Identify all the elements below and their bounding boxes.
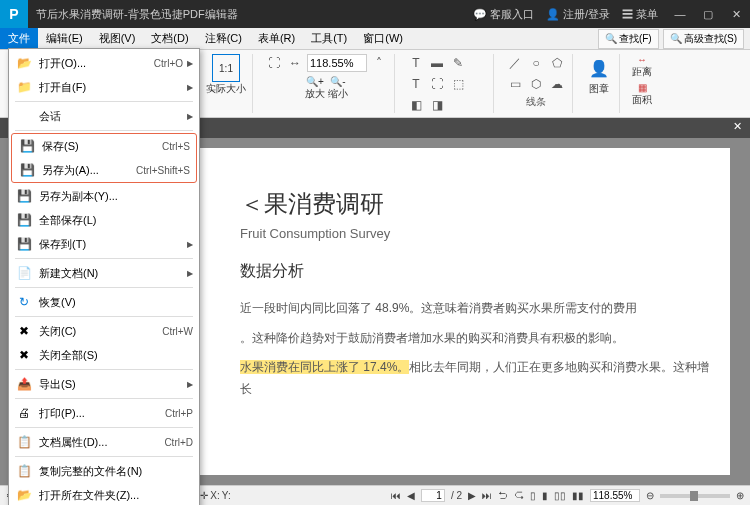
- menu-tools[interactable]: 工具(T): [303, 28, 355, 49]
- copy-name-icon: 📋: [15, 462, 33, 480]
- text-box-icon[interactable]: T: [407, 75, 425, 93]
- highlight-icon[interactable]: ▬: [428, 54, 446, 72]
- poly-icon[interactable]: ⬡: [527, 75, 545, 93]
- advanced-find-button[interactable]: 🔍高级查找(S): [663, 29, 744, 49]
- zoom-slider[interactable]: [660, 494, 730, 498]
- fit-page-icon[interactable]: ⛶: [265, 54, 283, 72]
- menu-session[interactable]: 会话▶: [9, 104, 199, 128]
- menu-close-all[interactable]: ✖关闭全部(S): [9, 343, 199, 367]
- restore-icon: ↻: [15, 293, 33, 311]
- find-button[interactable]: 🔍查找(F): [598, 29, 659, 49]
- layout-cont-icon[interactable]: ▮: [542, 490, 548, 501]
- menu-save-as[interactable]: 💾另存为(A)...Ctrl+Shift+S: [12, 158, 196, 182]
- actual-size-button[interactable]: 1:1 实际大小: [206, 54, 246, 96]
- menu-restore[interactable]: ↻恢复(V): [9, 290, 199, 314]
- menu-open[interactable]: 📂打开(O)...Ctrl+O▶: [9, 51, 199, 75]
- maximize-button[interactable]: ▢: [694, 0, 722, 28]
- select-icon[interactable]: ⬚: [449, 75, 467, 93]
- new-doc-icon: 📄: [15, 264, 33, 282]
- print-icon: 🖨: [15, 404, 33, 422]
- text-edit-icon[interactable]: T: [407, 54, 425, 72]
- export-icon: 📤: [15, 375, 33, 393]
- layout-single-icon[interactable]: ▯: [530, 490, 536, 501]
- doc-paragraph: 近一段时间内同比回落了 48.9%。这意味着消费者购买水果所需支付的费用: [240, 298, 710, 320]
- save-to-icon: 💾: [15, 235, 33, 253]
- tool-a-icon[interactable]: ◧: [407, 96, 425, 114]
- menu-export[interactable]: 📤导出(S)▶: [9, 372, 199, 396]
- menu-save-all[interactable]: 💾全部保存(L): [9, 208, 199, 232]
- menu-form[interactable]: 表单(R): [250, 28, 303, 49]
- menu-doc[interactable]: 文档(D): [143, 28, 196, 49]
- menu-open-folder[interactable]: 📂打开所在文件夹(Z)...: [9, 483, 199, 505]
- menu-new-doc[interactable]: 📄新建文档(N)▶: [9, 261, 199, 285]
- zoom-in-icon[interactable]: ⊕: [736, 490, 744, 501]
- zoom-out-button[interactable]: 🔍-缩小: [328, 76, 348, 101]
- pencil-icon[interactable]: ✎: [449, 54, 467, 72]
- tab-close-icon[interactable]: ✕: [725, 118, 750, 138]
- rect-icon[interactable]: ▭: [506, 75, 524, 93]
- menu-close[interactable]: ✖关闭(C)Ctrl+W: [9, 319, 199, 343]
- login-link[interactable]: 👤 注册/登录: [546, 7, 610, 22]
- pentagon-icon[interactable]: ⬠: [548, 54, 566, 72]
- menubar: 文件 编辑(E) 视图(V) 文档(D) 注释(C) 表单(R) 工具(T) 窗…: [0, 28, 750, 50]
- menu-annotate[interactable]: 注释(C): [197, 28, 250, 49]
- zoom-in-button[interactable]: 🔍+放大: [305, 76, 325, 101]
- nav-last-icon[interactable]: ⏭: [482, 490, 492, 501]
- status-zoom-input[interactable]: [590, 489, 640, 502]
- crop-icon[interactable]: ⛶: [428, 75, 446, 93]
- area-button[interactable]: ▦面积: [632, 82, 652, 107]
- menu-view[interactable]: 视图(V): [91, 28, 144, 49]
- menu-file[interactable]: 文件: [0, 28, 38, 49]
- doc-paragraph: 水果消费在同比上涨了 17.4%。相比去年同期，人们正在更多地购买和消费水果。这…: [240, 357, 710, 400]
- menu-save-copy[interactable]: 💾另存为副本(Y)...: [9, 184, 199, 208]
- service-entry[interactable]: 💬 客服入口: [473, 7, 534, 22]
- window-title: 节后水果消费调研-背景色迅捷PDF编辑器: [28, 7, 473, 22]
- circle-icon[interactable]: ○: [527, 54, 545, 72]
- menu-properties[interactable]: 📋文档属性(D)...Ctrl+D: [9, 430, 199, 454]
- layout-cont-facing-icon[interactable]: ▮▮: [572, 490, 584, 501]
- nav-back-icon[interactable]: ⮌: [498, 490, 508, 501]
- minimize-button[interactable]: —: [666, 0, 694, 28]
- stamp-button[interactable]: 👤 图章: [585, 54, 613, 96]
- layout-facing-icon[interactable]: ▯▯: [554, 490, 566, 501]
- file-menu: 📂打开(O)...Ctrl+O▶ 📁打开自(F)▶ 会话▶ 💾保存(S)Ctrl…: [8, 48, 200, 505]
- page-input[interactable]: [421, 489, 445, 502]
- line-icon[interactable]: ／: [506, 54, 524, 72]
- session-icon: [15, 107, 33, 125]
- menu-edit[interactable]: 编辑(E): [38, 28, 91, 49]
- properties-icon: 📋: [15, 433, 33, 451]
- nav-fwd-icon[interactable]: ⮎: [514, 490, 524, 501]
- doc-subtitle: Fruit Consumption Survey: [240, 226, 710, 241]
- menu-print[interactable]: 🖨打印(P)...Ctrl+P: [9, 401, 199, 425]
- zoom-up-icon[interactable]: ˄: [370, 54, 388, 72]
- titlebar: P 节后水果消费调研-背景色迅捷PDF编辑器 💬 客服入口 👤 注册/登录 ☰ …: [0, 0, 750, 28]
- zoom-out-icon[interactable]: ⊖: [646, 490, 654, 501]
- menu-copy-name[interactable]: 📋复制完整的文件名(N): [9, 459, 199, 483]
- doc-heading: ＜果消费调研: [240, 188, 710, 220]
- save-copy-icon: 💾: [15, 187, 33, 205]
- document-page[interactable]: ＜果消费调研 Fruit Consumption Survey 数据分析 近一段…: [200, 148, 730, 475]
- close-button[interactable]: ✕: [722, 0, 750, 28]
- menu-window[interactable]: 窗口(W): [355, 28, 411, 49]
- menu-save-to[interactable]: 💾保存到(T)▶: [9, 232, 199, 256]
- fit-width-icon[interactable]: ↔: [286, 54, 304, 72]
- tool-b-icon[interactable]: ◨: [428, 96, 446, 114]
- cursor-pos: ✛ X: Y:: [200, 490, 230, 501]
- nav-prev-icon[interactable]: ◀: [407, 490, 415, 501]
- doc-paragraph: 。这种降价趋势对于鼓励消费者增加水果的购买和消费具有积极的影响。: [240, 328, 710, 350]
- cloud-icon[interactable]: ☁: [548, 75, 566, 93]
- save-icon: 💾: [18, 137, 36, 155]
- folder-icon: 📁: [15, 78, 33, 96]
- save-as-icon: 💾: [18, 161, 36, 179]
- menu-open-from[interactable]: 📁打开自(F)▶: [9, 75, 199, 99]
- zoom-input[interactable]: [307, 54, 367, 72]
- close-doc-icon: ✖: [15, 322, 33, 340]
- main-menu[interactable]: ☰ 菜单: [622, 7, 658, 22]
- nav-next-icon[interactable]: ▶: [468, 490, 476, 501]
- page-total: / 2: [451, 490, 462, 501]
- menu-save[interactable]: 💾保存(S)Ctrl+S: [12, 134, 196, 158]
- folder-open-icon: 📂: [15, 54, 33, 72]
- highlight-text: 水果消费在同比上涨了 17.4%。: [240, 360, 409, 374]
- nav-first-icon[interactable]: ⏮: [391, 490, 401, 501]
- distance-button[interactable]: ↔距离: [632, 54, 652, 79]
